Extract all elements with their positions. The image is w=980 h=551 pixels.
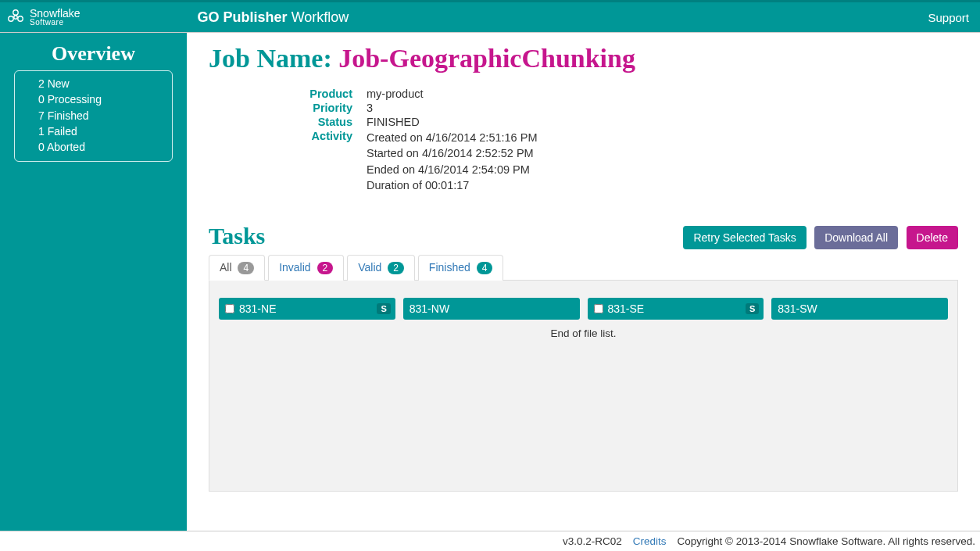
priority-label: Priority xyxy=(287,102,352,114)
task-status-badge: S xyxy=(746,303,759,314)
tab-invalid[interactable]: Invalid 2 xyxy=(268,255,344,281)
task-tabs: All 4 Invalid 2 Valid 2 Finished 4 xyxy=(209,254,958,281)
svg-point-0 xyxy=(13,10,18,15)
brand-logo: Snowflake Software xyxy=(6,8,80,27)
download-all-button[interactable]: Download All xyxy=(814,226,898,249)
delete-button[interactable]: Delete xyxy=(907,226,958,249)
product-title: GO Publisher Workflow xyxy=(198,9,349,26)
brand-name: Snowflake xyxy=(30,8,80,19)
overview-item-failed[interactable]: 1 Failed xyxy=(38,123,161,139)
tasks-buttons: Retry Selected Tasks Download All Delete xyxy=(678,226,958,249)
tab-all[interactable]: All 4 xyxy=(209,255,265,281)
svg-point-1 xyxy=(9,16,13,21)
priority-value: 3 xyxy=(367,102,958,114)
retry-selected-button[interactable]: Retry Selected Tasks xyxy=(683,226,806,249)
version-label: v3.0.2-RC02 xyxy=(563,535,622,547)
sidebar-title: Overview xyxy=(14,42,173,66)
task-chip-831-se[interactable]: 831-SE S xyxy=(588,298,764,320)
task-chip-831-nw[interactable]: 831-NW xyxy=(403,298,580,320)
overview-item-processing[interactable]: 0 Processing xyxy=(38,91,161,107)
overview-item-aborted[interactable]: 0 Aborted xyxy=(38,139,161,155)
task-chip-831-ne[interactable]: 831-NE S xyxy=(219,298,395,320)
task-row: 831-NE S 831-NW 831-SE S 831-SW xyxy=(219,298,948,320)
status-label: Status xyxy=(287,116,352,128)
job-name: Job-GeographicChunking xyxy=(338,44,635,73)
svg-point-2 xyxy=(18,16,23,21)
activity-values: Created on 4/16/2014 2:51:16 PM Started … xyxy=(367,130,958,193)
tab-invalid-badge: 2 xyxy=(317,262,334,274)
overview-item-new[interactable]: 2 New xyxy=(38,76,161,91)
tab-finished-badge: 4 xyxy=(477,262,493,274)
footer: v3.0.2-RC02 Credits Copyright © 2013-201… xyxy=(0,531,980,551)
job-details: Product my-product Priority 3 Status FIN… xyxy=(287,88,958,193)
brand-subname: Software xyxy=(30,19,80,27)
task-checkbox[interactable] xyxy=(594,304,603,313)
credits-link[interactable]: Credits xyxy=(633,535,667,547)
overview-box: 2 New 0 Processing 7 Finished 1 Failed 0… xyxy=(14,70,173,162)
tasks-header: Tasks Retry Selected Tasks Download All … xyxy=(209,223,958,249)
task-panel[interactable]: 831-NE S 831-NW 831-SE S 831-SW End of f… xyxy=(209,281,958,492)
activity-label: Activity xyxy=(287,130,352,193)
main-content: Job Name: Job-GeographicChunking Product… xyxy=(187,33,980,531)
product-label: Product xyxy=(287,88,352,100)
overview-item-finished[interactable]: 7 Finished xyxy=(38,108,161,123)
tasks-heading: Tasks xyxy=(209,223,265,249)
task-checkbox[interactable] xyxy=(225,304,234,313)
sidebar: Overview 2 New 0 Processing 7 Finished 1… xyxy=(0,33,187,531)
task-status-badge: S xyxy=(377,303,390,314)
app-header: Snowflake Software GO Publisher Workflow… xyxy=(0,0,980,32)
task-chip-831-sw[interactable]: 831-SW xyxy=(771,298,948,320)
copyright: Copyright © 2013-2014 Snowflake Software… xyxy=(678,535,975,547)
product-value: my-product xyxy=(367,88,958,100)
body: Overview 2 New 0 Processing 7 Finished 1… xyxy=(0,32,980,531)
end-of-file-list: End of file list. xyxy=(219,327,948,339)
svg-point-3 xyxy=(14,16,17,19)
tab-valid-badge: 2 xyxy=(388,262,404,274)
status-value: FINISHED xyxy=(367,116,958,128)
tab-all-badge: 4 xyxy=(238,262,254,274)
support-link[interactable]: Support xyxy=(928,11,969,24)
job-title: Job Name: Job-GeographicChunking xyxy=(209,44,958,73)
tab-valid[interactable]: Valid 2 xyxy=(347,255,415,281)
tab-finished[interactable]: Finished 4 xyxy=(418,255,504,281)
snowflake-icon xyxy=(6,8,25,27)
